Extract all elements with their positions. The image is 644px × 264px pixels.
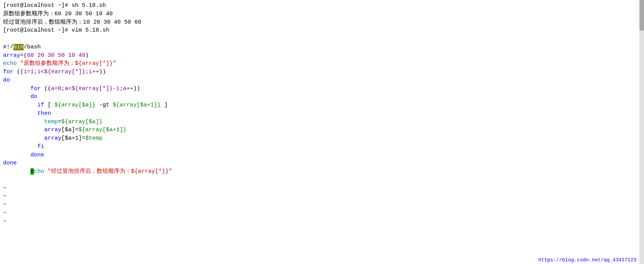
scrollbar[interactable] xyxy=(639,0,644,264)
line-fi1: fi xyxy=(3,143,641,151)
line-done1: done xyxy=(3,151,641,159)
line-done2: done xyxy=(3,159,641,167)
line-array: array=(60 20 30 50 10 40) xyxy=(3,52,641,60)
line-do2: do xyxy=(3,93,641,101)
line-array2: array[$a]=${array[$a+1]} xyxy=(3,126,641,134)
line-echo1: echo "原数组参数顺序为：${array[*]}" xyxy=(3,60,641,68)
bin-highlight: bin xyxy=(13,44,24,50)
line-tilde1: ~ xyxy=(3,184,641,193)
line-for1: for ((i=1;i<${#array[*]};i++)) xyxy=(3,68,641,76)
statusbar-text: https://blog.csdn.net/qq_43417123 xyxy=(539,257,636,263)
line-if1: if [ ${array[$a]} -gt ${array[$a+1]} ] xyxy=(3,101,641,109)
line-shebang: #!/bin/bash xyxy=(3,43,641,52)
line-tilde4: ~ xyxy=(3,209,641,217)
line-output2: 经过冒泡排序后，数组顺序为：10 20 30 40 50 60 xyxy=(3,18,641,27)
line-tilde3: ~ xyxy=(3,201,641,209)
line-prompt1: [root@localhost ~]# sh 5.18.sh xyxy=(3,2,641,10)
terminal: [root@localhost ~]# sh 5.18.sh 原数组参数顺序为：… xyxy=(0,0,644,264)
cursor: e xyxy=(30,168,34,175)
line-temp1: temp=${array[$a]} xyxy=(3,118,641,126)
line-tilde5: ~ xyxy=(3,217,641,226)
line-echo2: echo "经过冒泡排序后，数组顺序为：${array[*]}" xyxy=(3,167,641,176)
line-do1: do xyxy=(3,76,641,85)
line-array3: array[$a+1]=$temp xyxy=(3,134,641,143)
line-for2: for ((a=0;a<${#array[*]}-i;a++)) xyxy=(3,85,641,93)
line-blank2 xyxy=(3,176,641,184)
line-then1: then xyxy=(3,109,641,118)
statusbar: https://blog.csdn.net/qq_43417123 xyxy=(539,257,636,264)
line-tilde2: ~ xyxy=(3,192,641,201)
line-blank1 xyxy=(3,35,641,43)
scrollbar-thumb[interactable] xyxy=(639,0,644,31)
line-output1: 原数组参数顺序为：60 20 30 50 10 40 xyxy=(3,10,641,18)
line-prompt2: [root@localhost ~]# vim 5.18.sh xyxy=(3,26,641,35)
